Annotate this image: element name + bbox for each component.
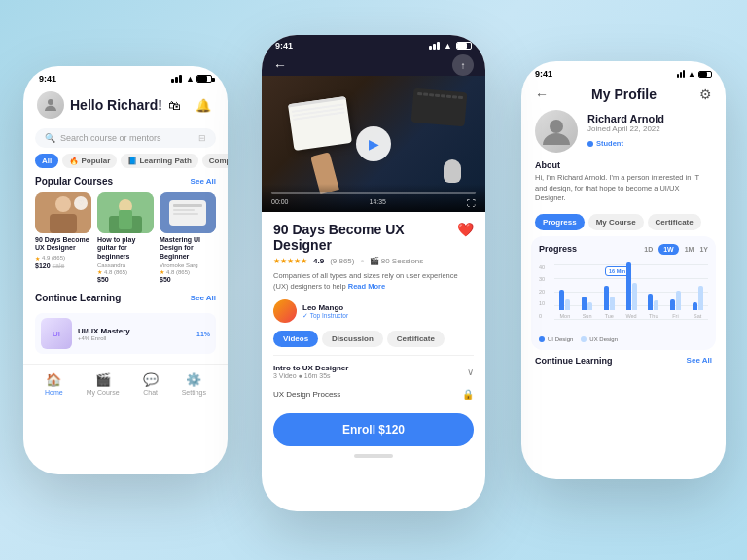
right-continue-title: Continue Learning See All <box>535 356 712 366</box>
right-see-all[interactable]: See All <box>687 356 712 366</box>
continue-learning-title: Continue Learning <box>35 293 121 303</box>
legend-ux-design: UX Design <box>581 336 618 342</box>
continue-item-1[interactable]: UI UI/UX Mastery +4% Enroll 11% <box>35 313 216 354</box>
course-title-row: 90 Days Become UX Designer ❤️ <box>273 222 474 257</box>
left-header: Hello Richard! 🛍 🔔 <box>23 88 228 124</box>
keyboard-prop <box>411 88 468 127</box>
center-tabs: Videos Discussion Certificate <box>273 331 474 347</box>
label-thu: Thu <box>649 313 658 319</box>
about-text: Hi, I'm Richard Arnold. I'm a person int… <box>535 173 712 204</box>
time-tab-1d[interactable]: 1D <box>644 246 653 253</box>
nav-settings-label: Settings <box>182 389 206 396</box>
left-status-bar: 9:41 ▲ <box>23 66 228 88</box>
video-progress-bar[interactable] <box>271 192 476 194</box>
center-battery <box>456 42 472 50</box>
y-label-10: 10 <box>539 300 545 306</box>
right-continue-section: Continue Learning See All <box>521 350 726 366</box>
search-bar[interactable]: 🔍 Search course or mentors ⊟ <box>35 128 216 148</box>
bell-icon[interactable]: 🔔 <box>193 94 214 116</box>
filter-icon: ⊟ <box>198 133 206 143</box>
bar-sat: Sat <box>687 265 708 319</box>
nav-chat[interactable]: 💬 Chat <box>143 372 159 396</box>
phone-left: 9:41 ▲ Hello Richard! 🛍 🔔 <box>23 66 228 474</box>
course-card-2[interactable]: How to play guitar for beginners Cassand… <box>97 192 154 283</box>
heart-icon[interactable]: ❤️ <box>457 222 474 237</box>
time-tab-1m[interactable]: 1M <box>685 246 694 253</box>
fri-ui <box>670 299 675 310</box>
greeting-group: Hello Richard! <box>37 91 162 119</box>
bar-mon: Mon <box>554 265 576 319</box>
current-time: 00:00 <box>271 198 289 208</box>
reviews-count: (9,865) <box>330 257 354 265</box>
mycourse-icon: 🎬 <box>95 372 111 387</box>
instructor-avatar <box>273 299 297 323</box>
course-price-3: $50 <box>160 276 216 283</box>
bag-icon[interactable]: 🛍 <box>163 94 185 116</box>
settings-icon: ⚙️ <box>186 372 201 387</box>
home-icon: 🏠 <box>46 372 61 387</box>
about-title: About <box>535 160 712 170</box>
profile-tab-certificate[interactable]: Certificate <box>648 214 701 230</box>
fri-ux <box>676 291 681 310</box>
fav-icon-1: ♡ <box>74 196 88 210</box>
course-price-1: $120 sale <box>35 262 91 269</box>
course-stats: ★★★★★ 4.9 (9,865) 🎬 80 Sessions <box>273 257 474 265</box>
read-more-link[interactable]: Read More <box>348 282 385 291</box>
nav-settings[interactable]: ⚙️ Settings <box>182 372 206 396</box>
header-avatar <box>37 91 64 119</box>
lock-icon: 🔒 <box>462 389 474 400</box>
time-tab-1y[interactable]: 1Y <box>699 246 708 253</box>
popular-courses-see-all[interactable]: See All <box>191 177 216 186</box>
stars: ★★★★★ <box>273 257 307 265</box>
profile-settings-icon[interactable]: ⚙ <box>699 87 712 102</box>
lesson-name: UX Design Process <box>273 390 340 399</box>
fullscreen-icon[interactable]: ⛶ <box>467 198 476 208</box>
signal-bar-2 <box>175 77 178 83</box>
bar-tue: Tue <box>598 265 620 319</box>
label-tue: Tue <box>605 313 614 319</box>
video-controls: 00:00 14:35 ⛶ <box>262 184 485 212</box>
wed-ux <box>632 283 637 310</box>
profile-tab-progress[interactable]: Progress <box>535 214 585 230</box>
label-mon: Mon <box>560 313 571 319</box>
course-card-1[interactable]: ♡ 90 Days Become UX Designer ★ 4.9 (865)… <box>35 192 91 283</box>
legend-ui-design: UI Design <box>539 336 573 342</box>
enroll-button[interactable]: Enroll $120 <box>273 413 474 446</box>
back-arrow-icon[interactable]: ← <box>273 57 287 73</box>
section-title: Intro to UX Designer <box>273 364 348 372</box>
label-sun: Sun <box>583 313 592 319</box>
svg-rect-12 <box>173 213 198 215</box>
tab-videos[interactable]: Videos <box>273 331 318 347</box>
nav-home[interactable]: 🏠 Home <box>45 372 63 396</box>
popular-courses-header: Popular Courses See All <box>23 174 228 192</box>
tab-certificate[interactable]: Certificate <box>387 331 445 347</box>
share-icon[interactable]: ↑ <box>452 54 474 76</box>
search-icon: 🔍 <box>45 133 55 143</box>
header-icons: 🛍 🔔 <box>163 94 214 116</box>
center-time: 9:41 <box>275 41 293 51</box>
course-card-3[interactable]: Mastering UI Design for Beginner Viromok… <box>160 192 216 283</box>
play-button[interactable]: ▶ <box>356 126 391 161</box>
profile-tab-mycourse[interactable]: My Course <box>588 214 644 230</box>
tab-discussion[interactable]: Discussion <box>322 331 383 347</box>
lesson-section-row: Intro to UX Designer 3 Video ● 16m 35s ∨ <box>273 355 474 383</box>
nav-mycourse[interactable]: 🎬 My Course <box>87 372 120 396</box>
greeting-text: Hello Richard! <box>70 97 162 113</box>
course-name-3: Mastering UI Design for Beginner <box>160 236 216 261</box>
profile-header: ← My Profile ⚙ <box>521 83 726 110</box>
filter-popular[interactable]: 🔥 Popular <box>62 154 117 168</box>
center-signal: ▲ <box>429 41 472 51</box>
profile-back-icon[interactable]: ← <box>535 87 549 102</box>
course-rating-2: ★ 4.8 (865) <box>97 268 154 275</box>
time-tab-1w[interactable]: 1W <box>658 244 679 255</box>
continue-see-all[interactable]: See All <box>191 294 216 302</box>
filter-learning-path[interactable]: 📘 Learning Path <box>121 154 198 168</box>
video-time: 00:00 14:35 ⛶ <box>271 198 476 208</box>
nav-chat-label: Chat <box>143 389 158 396</box>
instructor-name: Leo Mango <box>302 303 348 312</box>
filter-comp[interactable]: Comp... <box>202 154 228 168</box>
sat-ux <box>698 286 703 310</box>
popular-courses-title: Popular Courses <box>35 176 113 187</box>
chevron-icon[interactable]: ∨ <box>467 367 474 377</box>
filter-all[interactable]: All <box>35 154 58 168</box>
